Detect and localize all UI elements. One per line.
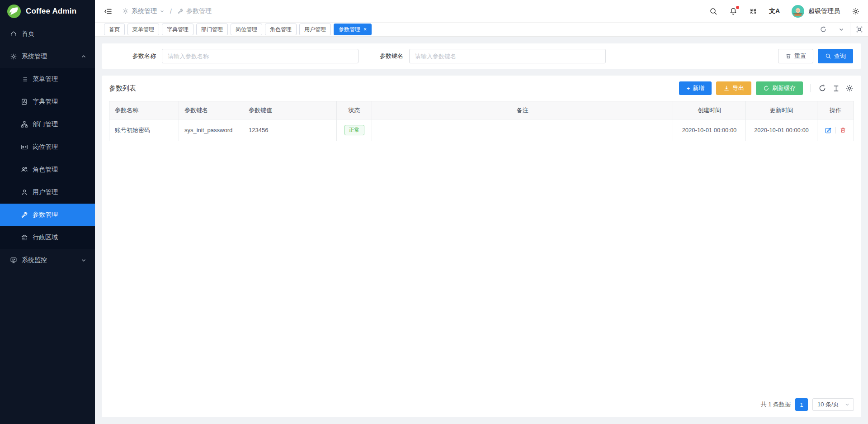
sidebar-submenu-system: 菜单管理 字典管理 部门管理 岗位管理 角色管理 用户管理 bbox=[0, 68, 95, 249]
param-name-input[interactable] bbox=[162, 49, 359, 63]
sidebar-item-label: 字典管理 bbox=[33, 98, 87, 106]
export-button[interactable]: 导出 bbox=[716, 81, 751, 95]
tab-dict-mgmt[interactable]: 字典管理 bbox=[162, 24, 193, 35]
col-header-updated: 更新时间 bbox=[746, 101, 817, 119]
sidebar-item-dept-mgmt[interactable]: 部门管理 bbox=[0, 113, 95, 136]
reload-table-button[interactable] bbox=[818, 84, 827, 93]
gear-icon bbox=[852, 7, 860, 15]
sidebar-item-label: 首页 bbox=[22, 30, 87, 38]
tab-param-mgmt[interactable]: 参数管理 × bbox=[334, 24, 372, 35]
search-button[interactable]: 查询 bbox=[818, 49, 853, 63]
tab-post-mgmt[interactable]: 岗位管理 bbox=[231, 24, 262, 35]
top-navbar: 系统管理 / 参数管理 文A bbox=[95, 0, 868, 23]
status-badge: 正常 bbox=[344, 125, 364, 135]
add-button-label: 新增 bbox=[693, 84, 704, 92]
column-settings-button[interactable] bbox=[845, 84, 854, 93]
sidebar-item-user-mgmt[interactable]: 用户管理 bbox=[0, 181, 95, 204]
tab-label: 角色管理 bbox=[270, 26, 292, 33]
filter-card: 参数名称 参数键名 重置 查询 bbox=[102, 43, 861, 69]
page-size-select[interactable]: 10 条/页 bbox=[812, 398, 854, 411]
fullscreen-icon bbox=[749, 7, 757, 15]
breadcrumb-separator: / bbox=[170, 8, 172, 15]
user-name: 超级管理员 bbox=[808, 7, 840, 15]
sidebar-item-param-mgmt[interactable]: 参数管理 bbox=[0, 204, 95, 226]
avatar bbox=[792, 5, 804, 18]
col-header-value: 参数键值 bbox=[243, 101, 337, 119]
cell-param-value: 123456 bbox=[243, 119, 337, 141]
menu-fold-icon bbox=[104, 7, 112, 15]
chevron-down-icon bbox=[80, 257, 87, 263]
tab-label: 部门管理 bbox=[201, 26, 223, 33]
col-header-remark: 备注 bbox=[372, 101, 673, 119]
roles-icon bbox=[21, 166, 28, 173]
sidebar: Coffee Admin 首页 系统管理 菜单管理 字典管理 部门管理 bbox=[0, 0, 95, 424]
wrench-icon bbox=[177, 8, 184, 14]
density-icon bbox=[832, 85, 840, 92]
cell-remark bbox=[372, 119, 673, 141]
sidebar-item-label: 岗位管理 bbox=[33, 143, 87, 151]
tab-label: 首页 bbox=[109, 26, 120, 33]
gear-icon bbox=[10, 53, 17, 60]
tab-label: 参数管理 bbox=[339, 26, 360, 33]
fullscreen-button[interactable] bbox=[749, 7, 757, 15]
sidebar-item-monitor[interactable]: 系统监控 bbox=[0, 249, 95, 272]
divider bbox=[810, 84, 811, 92]
download-icon bbox=[723, 85, 730, 91]
notifications-button[interactable] bbox=[729, 7, 737, 15]
param-key-label: 参数键名 bbox=[380, 52, 403, 60]
notification-badge bbox=[736, 6, 739, 9]
monitor-icon bbox=[10, 257, 17, 264]
language-switch-button[interactable]: 文A bbox=[769, 7, 780, 15]
page-content: 参数名称 参数键名 重置 查询 bbox=[95, 37, 868, 424]
trash-icon bbox=[840, 127, 846, 133]
bank-icon bbox=[21, 234, 28, 241]
content-fullscreen-button[interactable] bbox=[850, 23, 868, 36]
sidebar-item-role-mgmt[interactable]: 角色管理 bbox=[0, 158, 95, 181]
add-button[interactable]: + 新增 bbox=[679, 81, 712, 95]
cell-updated-time: 2020-10-01 00:00:00 bbox=[746, 119, 817, 141]
edit-row-button[interactable] bbox=[825, 127, 832, 134]
sidebar-item-menu-mgmt[interactable]: 菜单管理 bbox=[0, 68, 95, 91]
pagination: 共 1 条数据 1 10 条/页 bbox=[102, 393, 861, 417]
breadcrumb-parent[interactable]: 系统管理 bbox=[132, 7, 157, 15]
tab-options-button[interactable] bbox=[832, 23, 850, 36]
sidebar-item-label: 系统监控 bbox=[22, 256, 80, 264]
sidebar-item-label: 参数管理 bbox=[33, 211, 87, 219]
maximize-icon bbox=[856, 26, 863, 33]
tab-menu-mgmt[interactable]: 菜单管理 bbox=[127, 24, 159, 35]
refresh-cache-button[interactable]: 刷新缓存 bbox=[756, 81, 803, 95]
reset-button[interactable]: 重置 bbox=[778, 49, 813, 63]
sidebar-item-post-mgmt[interactable]: 岗位管理 bbox=[0, 136, 95, 158]
refresh-page-button[interactable] bbox=[814, 23, 832, 36]
tab-user-mgmt[interactable]: 用户管理 bbox=[299, 24, 331, 35]
settings-button[interactable] bbox=[852, 7, 860, 15]
sidebar-item-system[interactable]: 系统管理 bbox=[0, 45, 95, 68]
tab-dept-mgmt[interactable]: 部门管理 bbox=[196, 24, 228, 35]
refresh-icon bbox=[763, 85, 769, 91]
panel-title: 参数列表 bbox=[109, 84, 136, 93]
app-shell: Coffee Admin 首页 系统管理 菜单管理 字典管理 部门管理 bbox=[0, 0, 868, 424]
col-header-status: 状态 bbox=[337, 101, 372, 119]
page-button-1[interactable]: 1 bbox=[795, 398, 808, 411]
user-menu[interactable]: 超级管理员 bbox=[792, 5, 840, 18]
total-count-text: 共 1 条数据 bbox=[761, 400, 791, 409]
global-search-button[interactable] bbox=[709, 7, 717, 15]
delete-row-button[interactable] bbox=[840, 127, 846, 133]
collapse-sidebar-button[interactable] bbox=[104, 7, 112, 15]
dictionary-icon bbox=[21, 98, 28, 105]
trash-icon bbox=[785, 53, 792, 59]
tab-role-mgmt[interactable]: 角色管理 bbox=[265, 24, 297, 35]
param-key-input[interactable] bbox=[409, 49, 606, 63]
sidebar-item-home[interactable]: 首页 bbox=[0, 23, 95, 45]
logo-area[interactable]: Coffee Admin bbox=[0, 0, 95, 23]
sidebar-item-label: 用户管理 bbox=[33, 188, 87, 196]
app-logo-icon bbox=[7, 4, 21, 19]
tab-home[interactable]: 首页 bbox=[104, 24, 125, 35]
density-button[interactable] bbox=[831, 84, 840, 93]
sidebar-item-dict-mgmt[interactable]: 字典管理 bbox=[0, 91, 95, 113]
cell-param-name: 账号初始密码 bbox=[109, 119, 179, 141]
param-table: 参数名称 参数键名 参数键值 状态 备注 创建时间 更新时间 操作 bbox=[102, 101, 861, 141]
close-icon[interactable]: × bbox=[363, 27, 367, 32]
sidebar-item-region[interactable]: 行政区域 bbox=[0, 226, 95, 249]
breadcrumb: 系统管理 / 参数管理 bbox=[122, 7, 212, 15]
